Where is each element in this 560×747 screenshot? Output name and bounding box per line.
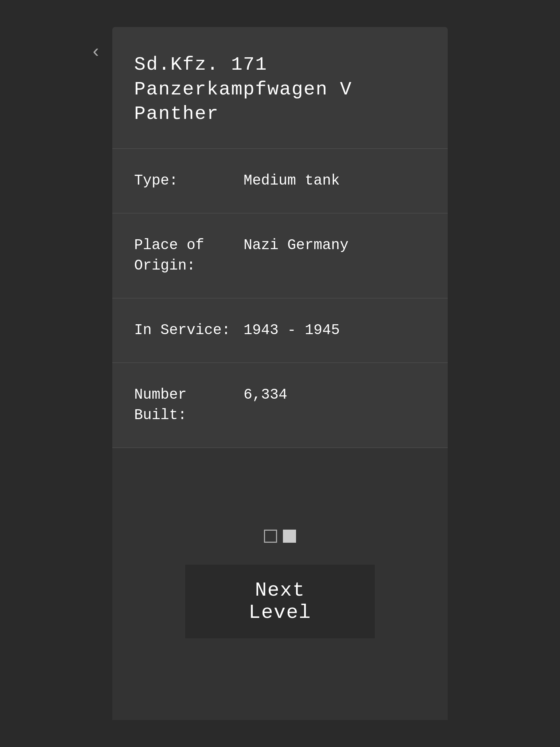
type-label: Type: [134, 171, 236, 191]
built-value: 6,334 [244, 385, 287, 405]
title-section: Sd.Kfz. 171 Panzerkampfwagen V Panther [112, 27, 448, 149]
pagination-dot-1[interactable] [264, 530, 277, 543]
type-row: Type: Medium tank [112, 149, 448, 213]
info-card: ‹ Sd.Kfz. 171 Panzerkampfwagen V Panther… [112, 27, 448, 720]
next-level-button[interactable]: Next Level [185, 565, 375, 638]
origin-value: Nazi Germany [244, 235, 349, 256]
origin-row: Place of Origin: Nazi Germany [112, 213, 448, 298]
app-background: ‹ Sd.Kfz. 171 Panzerkampfwagen V Panther… [0, 0, 560, 747]
origin-label: Place of Origin: [134, 235, 236, 276]
service-row: In Service: 1943 - 1945 [112, 298, 448, 363]
built-label: Number Built: [134, 385, 236, 426]
bottom-section: Next Level [112, 448, 448, 720]
built-row: Number Built: 6,334 [112, 363, 448, 448]
service-label: In Service: [134, 320, 236, 341]
type-value: Medium tank [244, 171, 340, 191]
tank-title: Sd.Kfz. 171 Panzerkampfwagen V Panther [134, 53, 426, 127]
pagination [264, 530, 296, 543]
back-arrow-icon[interactable]: ‹ [90, 42, 101, 62]
service-value: 1943 - 1945 [244, 320, 340, 341]
pagination-dot-2[interactable] [283, 530, 296, 543]
